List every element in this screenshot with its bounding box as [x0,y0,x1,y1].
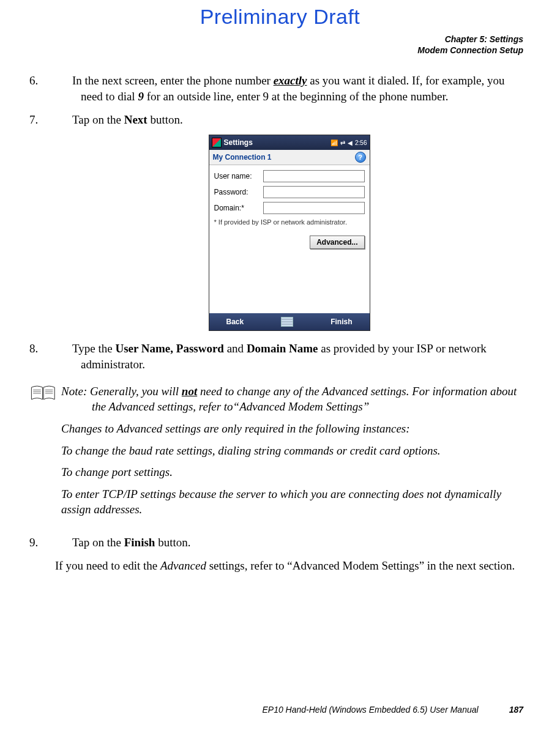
text: button. [147,113,183,126]
emphasis: Domain Name [247,342,318,355]
windows-flag-icon [212,138,222,147]
topbar-title: Settings [224,138,331,147]
back-button[interactable]: Back [226,317,244,327]
step-number: 9. [55,535,72,551]
help-icon[interactable]: ? [355,152,366,163]
book-icon [31,384,61,524]
note-body: Note: Generally, you will not need to ch… [61,384,523,524]
embedded-screenshot: Settings 📶 ⇄ ◀ 2:56 My Connection 1 ? Us… [55,135,523,331]
keyboard-icon[interactable] [281,317,293,327]
device-topbar: Settings 📶 ⇄ ◀ 2:56 [209,135,370,150]
text: Tap on the [72,113,124,126]
draft-title: Preliminary Draft [0,0,560,29]
label-password: Password: [214,187,263,197]
input-password[interactable] [263,186,365,198]
advanced-button[interactable]: Advanced... [310,236,364,249]
emphasis-not: not [182,385,197,398]
step-number: 8. [55,341,72,357]
section-line: Modem Connection Setup [0,45,523,56]
closing-paragraph: If you need to edit the Advanced setting… [55,558,523,574]
text: Tap on the [72,536,124,549]
text: settings, refer to “Advanced Modem Setti… [206,559,515,572]
text: button. [155,536,190,549]
chapter-line: Chapter 5: Settings [0,34,523,45]
device-form: User name: Password: Domain:* * If provi… [209,165,370,313]
emphasis-exactly: exactly [274,74,307,87]
step-list-cont2: 9.Tap on the Finish button. [55,535,523,551]
note-line-2: Changes to Advanced settings are only re… [61,421,523,437]
emphasis: User Name, Password [115,342,224,355]
network-icon: ⇄ [340,139,345,147]
page-footer: EP10 Hand-Held (Windows Embedded 6.5) Us… [262,705,523,715]
clock: 2:56 [355,139,367,147]
device-bottombar: Back Finish [209,313,370,330]
connection-name: My Connection 1 [213,152,272,162]
volume-icon: ◀ [348,139,353,147]
text: for an outside line, enter 9 at the begi… [144,90,449,103]
page-number: 187 [509,705,523,715]
text: Type the [72,342,115,355]
finish-button[interactable]: Finish [330,317,352,327]
note-prefix: Note: [61,385,87,398]
device-frame: Settings 📶 ⇄ ◀ 2:56 My Connection 1 ? Us… [209,135,370,331]
step-6: 6.In the next screen, enter the phone nu… [55,73,523,104]
input-domain[interactable] [263,202,365,214]
row-domain: Domain:* [214,202,365,214]
input-username[interactable] [263,170,365,182]
emphasis-next: Next [124,113,147,126]
device-subbar: My Connection 1 ? [209,150,370,165]
emphasis-finish: Finish [124,536,155,549]
label-domain: Domain:* [214,203,263,213]
row-username: User name: [214,170,365,182]
text: In the next screen, enter the phone numb… [72,74,274,87]
note-block: Note: Generally, you will not need to ch… [31,384,523,524]
main-content: 6.In the next screen, enter the phone nu… [0,56,560,573]
note-line-1: Note: Generally, you will not need to ch… [61,384,523,415]
emphasis-advanced: Advanced [160,559,206,572]
step-number: 7. [55,112,72,128]
row-password: Password: [214,186,365,198]
page-header: Chapter 5: Settings Modem Connection Set… [0,29,560,56]
step-8: 8.Type the User Name, Password and Domai… [55,341,523,372]
form-footnote: * If provided by ISP or network administ… [214,218,365,227]
note-line-4: To change port settings. [61,464,523,480]
text: and [224,342,247,355]
note-line-3: To change the baud rate settings, dialin… [61,443,523,459]
step-list: 6.In the next screen, enter the phone nu… [55,73,523,127]
text: If you need to edit the [55,559,160,572]
step-9: 9.Tap on the Finish button. [55,535,523,551]
note-line-5: To enter TCP/IP settings because the ser… [61,486,523,518]
manual-title: EP10 Hand-Held (Windows Embedded 6.5) Us… [262,705,478,715]
emphasis-9: 9 [138,90,144,103]
label-username: User name: [214,171,263,181]
text: Generally, you will [87,385,182,398]
step-list-cont: 8.Type the User Name, Password and Domai… [55,341,523,372]
step-number: 6. [55,73,72,89]
status-icons: 📶 ⇄ ◀ 2:56 [330,139,367,147]
step-7: 7.Tap on the Next button. [55,112,523,128]
signal-icon: 📶 [330,139,338,147]
